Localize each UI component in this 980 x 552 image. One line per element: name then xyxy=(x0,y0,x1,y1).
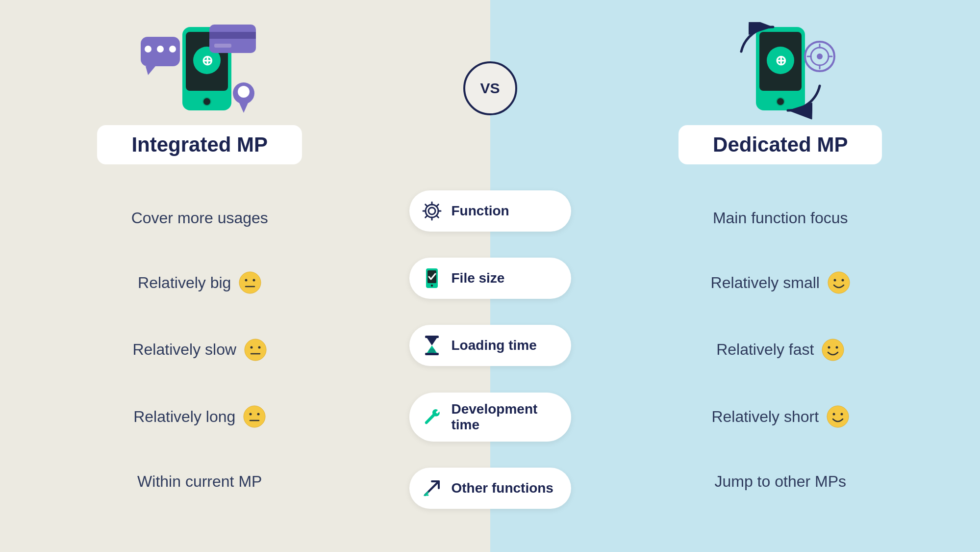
svg-point-24 xyxy=(244,406,265,427)
svg-point-16 xyxy=(239,272,261,293)
svg-point-17 xyxy=(245,279,248,282)
other-functions-pill: Other functions xyxy=(409,468,571,509)
page-wrapper: ⊕ Integrated MP xyxy=(0,0,980,552)
svg-point-57 xyxy=(827,406,849,427)
dedicated-mp-illustration: ⊕ xyxy=(717,22,844,120)
svg-point-55 xyxy=(828,346,830,348)
left-text-3: Relatively long xyxy=(133,408,235,426)
right-rows: Main function focus Relatively small Rel… xyxy=(610,164,951,535)
three-column-layout: ⊕ Integrated MP xyxy=(0,0,980,552)
happy-face-3 xyxy=(827,405,849,428)
left-title: Integrated MP xyxy=(97,125,302,164)
svg-point-26 xyxy=(257,413,260,416)
development-time-label: Development time xyxy=(452,401,557,433)
other-functions-label: Other functions xyxy=(452,480,553,496)
svg-point-14 xyxy=(238,86,250,98)
neutral-face-3 xyxy=(243,405,266,428)
happy-face-2 xyxy=(822,339,844,361)
svg-text:⊕: ⊕ xyxy=(775,53,786,68)
svg-marker-4 xyxy=(146,66,155,75)
left-row-3: Relatively long xyxy=(133,405,266,428)
left-text-4: Within current MP xyxy=(137,473,262,491)
right-row-3: Relatively short xyxy=(711,405,849,428)
svg-point-44 xyxy=(817,53,823,59)
right-text-0: Main function focus xyxy=(713,209,848,227)
hourglass-icon xyxy=(420,334,444,357)
neutral-face-1 xyxy=(239,271,261,294)
svg-point-9 xyxy=(203,98,211,105)
function-label: Function xyxy=(452,203,509,219)
right-text-4: Jump to other MPs xyxy=(714,473,846,491)
svg-rect-12 xyxy=(214,44,231,48)
right-row-4: Jump to other MPs xyxy=(714,473,846,491)
svg-point-41 xyxy=(777,98,784,105)
right-text-2: Relatively fast xyxy=(716,341,814,359)
loading-time-pill: Loading time xyxy=(409,325,571,366)
left-column: ⊕ Integrated MP xyxy=(0,0,400,552)
left-rows: Cover more usages Relatively big Relati xyxy=(29,164,370,535)
svg-point-59 xyxy=(841,413,843,416)
svg-point-21 xyxy=(251,346,253,348)
svg-point-20 xyxy=(245,339,266,361)
left-text-1: Relatively big xyxy=(138,274,231,292)
svg-point-2 xyxy=(157,46,164,53)
file-size-label: File size xyxy=(452,270,505,286)
svg-point-53 xyxy=(841,279,844,282)
svg-point-32 xyxy=(430,284,433,287)
phone-check-icon xyxy=(420,266,444,290)
development-time-pill: Development time xyxy=(409,393,571,442)
right-row-2: Relatively fast xyxy=(716,339,844,361)
vs-circle: VS xyxy=(463,61,517,115)
left-illustration: ⊕ xyxy=(29,17,370,125)
svg-rect-11 xyxy=(209,32,256,39)
right-column: ⊕ xyxy=(581,0,980,552)
integrated-mp-illustration: ⊕ xyxy=(131,22,268,120)
svg-point-51 xyxy=(828,272,850,293)
left-text-2: Relatively slow xyxy=(132,341,236,359)
svg-point-35 xyxy=(428,348,435,353)
svg-point-56 xyxy=(836,346,838,348)
left-row-2: Relatively slow xyxy=(132,339,267,361)
left-row-0: Cover more usages xyxy=(131,209,268,227)
center-pills: Function File size xyxy=(404,164,576,535)
right-title: Dedicated MP xyxy=(678,125,882,164)
loading-time-label: Loading time xyxy=(452,338,537,353)
left-row-4: Within current MP xyxy=(137,473,262,491)
function-pill: Function xyxy=(409,190,571,232)
wrench-icon xyxy=(420,405,444,429)
svg-text:⊕: ⊕ xyxy=(201,53,213,68)
left-text-0: Cover more usages xyxy=(131,209,268,227)
svg-point-29 xyxy=(426,205,438,217)
svg-point-52 xyxy=(833,279,836,282)
right-row-0: Main function focus xyxy=(713,209,848,227)
right-text-3: Relatively short xyxy=(711,408,819,426)
right-text-1: Relatively small xyxy=(711,274,820,292)
file-size-pill: File size xyxy=(409,258,571,299)
svg-point-28 xyxy=(428,208,435,214)
svg-point-1 xyxy=(145,46,151,53)
svg-point-3 xyxy=(169,46,176,53)
neutral-face-2 xyxy=(244,339,267,361)
svg-point-58 xyxy=(833,413,835,416)
svg-point-18 xyxy=(253,279,255,282)
left-row-1: Relatively big xyxy=(138,271,261,294)
happy-face-1 xyxy=(828,271,850,294)
right-row-1: Relatively small xyxy=(711,271,850,294)
center-column: VS Function xyxy=(400,0,581,552)
svg-rect-33 xyxy=(425,336,439,338)
arrow-diagonal-icon xyxy=(420,476,444,500)
gear-icon xyxy=(420,199,444,223)
svg-point-54 xyxy=(822,339,844,361)
svg-point-25 xyxy=(250,413,252,416)
svg-marker-15 xyxy=(238,100,250,113)
right-illustration: ⊕ xyxy=(610,17,951,125)
svg-point-22 xyxy=(258,346,261,348)
